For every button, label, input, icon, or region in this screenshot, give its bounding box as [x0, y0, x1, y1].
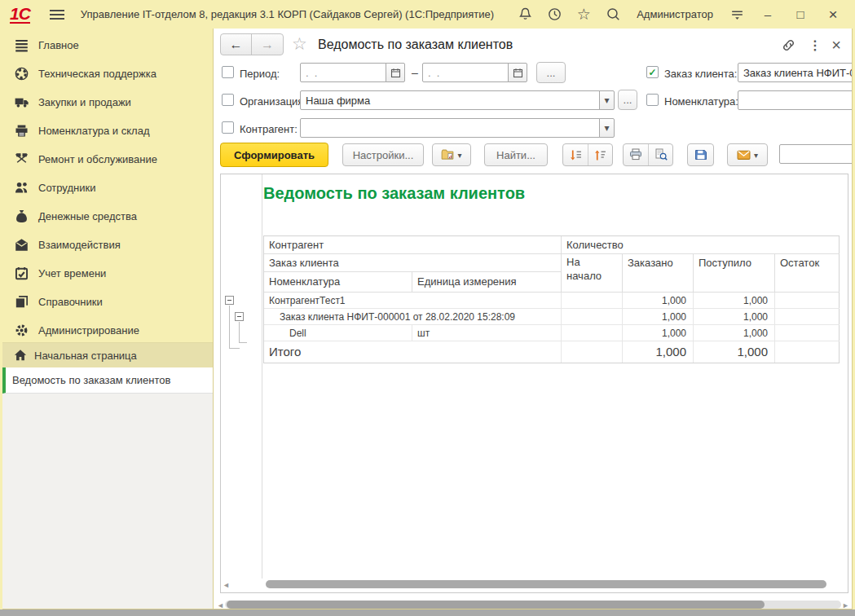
back-button[interactable]: ←	[221, 34, 252, 55]
period-from-calendar-button[interactable]	[386, 63, 405, 82]
send-email-button[interactable]: ▾	[727, 143, 768, 166]
get-link-icon[interactable]	[779, 36, 797, 54]
sidebar-item-employees[interactable]: Сотрудники	[2, 174, 213, 202]
purchases-icon	[13, 95, 29, 109]
save-button[interactable]	[687, 143, 714, 166]
more-actions-icon[interactable]: ⋮	[806, 36, 824, 54]
column-header-nomenclature[interactable]: Номенклатура	[264, 272, 412, 293]
nomenclature-checkbox[interactable]	[646, 94, 659, 106]
period-dash: –	[412, 66, 418, 79]
sidebar-item-administration[interactable]: Администрирование	[2, 316, 213, 345]
interactions-icon	[13, 238, 29, 252]
report-variants-button[interactable]: ▾	[432, 143, 471, 166]
column-header-quantity-group[interactable]: Количество	[561, 236, 840, 254]
column-header-unit[interactable]: Единица измерения	[412, 272, 561, 293]
sidebar-item-repair[interactable]: Ремонт и обслуживание	[2, 145, 213, 174]
forward-button[interactable]: →	[252, 34, 283, 55]
column-header-customer-order[interactable]: Заказ клиента	[264, 254, 561, 272]
scroll-right-arrow-icon[interactable]: ►	[842, 601, 849, 609]
tree-gutter-divider	[262, 174, 262, 579]
save-icon	[694, 148, 707, 161]
period-from-input[interactable]	[300, 63, 386, 82]
period-more-button[interactable]: ...	[536, 62, 566, 83]
customer-order-checkbox[interactable]: ✓	[646, 66, 659, 78]
report-row[interactable]: Заказ клиента НФИТ-000001 от 28.02.2020 …	[264, 309, 839, 325]
column-header-rest[interactable]: Остаток	[774, 254, 840, 293]
scrollbar-thumb[interactable]	[227, 601, 765, 609]
search-icon[interactable]	[604, 6, 622, 24]
page-title: Ведомость по заказам клиентов	[318, 37, 513, 52]
report-row[interactable]: Итого 1,000 1,000	[264, 341, 839, 363]
window-horizontal-scrollbar[interactable]: ◄ ►	[217, 600, 849, 609]
collapse-group-level2-icon[interactable]	[235, 312, 244, 321]
column-header-counterparty[interactable]: Контрагент	[264, 236, 561, 254]
sidebar-item-menu[interactable]: Главное	[2, 31, 213, 59]
print-icon[interactable]	[624, 144, 648, 165]
customer-order-input[interactable]	[738, 63, 853, 82]
main-menu-icon[interactable]	[50, 7, 64, 22]
sections-panel: Главное Техническая поддержка Закупки и …	[2, 29, 213, 342]
find-button[interactable]: Найти...	[484, 143, 548, 166]
period-to-calendar-button[interactable]	[508, 63, 527, 82]
report-row[interactable]: Dell шт 1,000 1,000	[264, 325, 839, 341]
collapse-groups-icon[interactable]	[588, 144, 612, 165]
sidebar-item-warehouse[interactable]: Номенклатура и склад	[2, 117, 213, 145]
menu-icon	[13, 38, 29, 52]
period-to-input[interactable]	[422, 63, 509, 82]
current-user[interactable]: Администратор	[637, 8, 713, 20]
minimize-button[interactable]: –	[757, 6, 778, 24]
table-header-row-1: Контрагент Количество	[264, 236, 839, 254]
organization-dropdown-button[interactable]: ▾	[599, 90, 615, 110]
column-header-start[interactable]: На начало	[561, 254, 622, 293]
scroll-left-arrow-icon[interactable]: ◄	[217, 601, 224, 609]
sidebar-item-purchases[interactable]: Закупки и продажи	[2, 88, 213, 117]
print-buttons	[623, 143, 673, 166]
organization-input[interactable]	[300, 90, 600, 110]
sidebar-item-support[interactable]: Техническая поддержка	[2, 59, 213, 88]
sidebar-item-timesheet[interactable]: Учет времени	[2, 259, 213, 288]
period-checkbox[interactable]	[222, 66, 234, 78]
maximize-button[interactable]: □	[790, 6, 811, 24]
sidebar-item-references[interactable]: Справочники	[2, 288, 213, 316]
organization-more-button[interactable]: ...	[618, 90, 637, 110]
close-window-button[interactable]: ×	[822, 6, 844, 24]
nomenclature-input[interactable]	[738, 90, 853, 110]
report-horizontal-scrollbar[interactable]: ◄	[221, 579, 848, 589]
warehouse-icon	[13, 124, 29, 138]
settings-button[interactable]: Настройки...	[342, 143, 424, 166]
expand-groups-icon[interactable]	[563, 144, 588, 165]
organization-checkbox[interactable]	[222, 94, 234, 106]
report-variant-icon	[441, 148, 454, 161]
favorites-star-icon[interactable]: ☆	[575, 6, 593, 24]
support-icon	[13, 67, 29, 81]
report-area: Ведомость по заказам клиентов Контрагент…	[220, 174, 848, 593]
column-header-ordered[interactable]: Заказано	[622, 254, 693, 293]
add-to-favorites-star-icon[interactable]: ☆	[292, 34, 307, 54]
generate-report-button[interactable]: Сформировать	[220, 143, 328, 167]
history-icon[interactable]	[545, 6, 563, 24]
open-window-tab[interactable]: Ведомость по заказам клиентов	[2, 367, 213, 394]
notifications-bell-icon[interactable]	[516, 6, 534, 24]
print-preview-icon[interactable]	[648, 144, 672, 165]
counterparty-checkbox[interactable]	[222, 121, 234, 134]
tree-connector	[229, 306, 230, 348]
sidebar-item-interactions[interactable]: Взаимодействия	[2, 231, 213, 259]
table-header-rows-2-3: Заказ клиента Номенклатура Единица измер…	[264, 254, 839, 293]
autosum-field[interactable]	[779, 144, 853, 164]
column-header-received[interactable]: Поступило	[693, 254, 774, 293]
counterparty-dropdown-button[interactable]: ▾	[599, 118, 615, 138]
home-page-tab[interactable]: Начальная страница	[2, 342, 213, 367]
collapse-group-level1-icon[interactable]	[225, 296, 234, 305]
open-window-tab-label: Ведомость по заказам клиентов	[12, 374, 170, 386]
home-icon	[14, 349, 27, 362]
scrollbar-thumb[interactable]	[266, 580, 826, 588]
report-row[interactable]: КонтрагентТест1 1,000 1,000	[264, 293, 839, 309]
window-bottom-edge	[0, 609, 855, 616]
scroll-left-arrow-icon[interactable]: ◄	[223, 581, 230, 589]
tree-connector	[239, 342, 247, 343]
tree-connector	[229, 348, 240, 349]
counterparty-input[interactable]	[300, 118, 600, 138]
service-menu-icon[interactable]	[728, 6, 746, 24]
close-page-icon[interactable]: ×	[827, 36, 845, 54]
sidebar-item-money[interactable]: Денежные средства	[2, 202, 213, 231]
